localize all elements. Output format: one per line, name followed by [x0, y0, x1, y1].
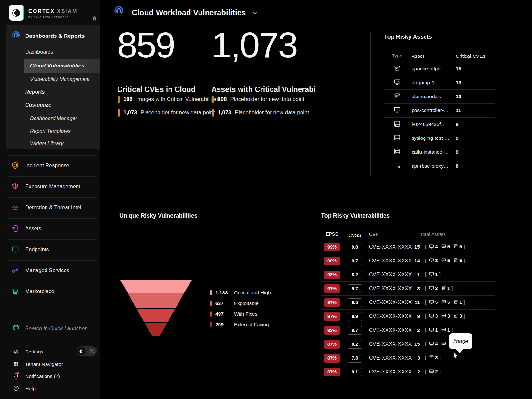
help-label: Help [25, 386, 36, 392]
host-icon [429, 369, 434, 374]
sidebar-item-label: Cloud Vulnerabilities [30, 59, 85, 73]
endpoint-icon [429, 341, 434, 346]
dark-mode-knob [77, 347, 86, 355]
brand-tagline: BY PALO ALTO NETWORKS [28, 16, 69, 19]
sidebar-item-managed-services[interactable]: Managed Services [0, 260, 100, 281]
notification-badge-dot [17, 372, 19, 374]
cart-icon [11, 287, 19, 296]
table-row[interactable]: i-024669436f… 9 [384, 118, 495, 131]
cvss-score: 9.7 [348, 257, 362, 265]
sidebar-item-customize[interactable]: Customize [25, 99, 51, 110]
lock-icon [92, 15, 97, 22]
sidebar-item-vulnerability-management[interactable]: Vulnerability Management [30, 74, 90, 85]
column-cvss: CVSS [348, 231, 362, 240]
legend-value: 209 [215, 322, 230, 328]
asset-name[interactable]: alpine:nodejs [412, 94, 441, 99]
sidebar-menu: Incident Response Exposure Management De… [0, 155, 100, 302]
table-row[interactable]: afr-jump-1 13 [384, 76, 495, 90]
substat-bar [212, 109, 214, 117]
substat-label: Placeholder for new data point [235, 109, 309, 116]
host-icon [441, 244, 446, 249]
table-row[interactable]: 97% 9.7 CVE-XXXX-XXXX 3 2 1 [321, 282, 495, 296]
cve-id[interactable]: CVE-XXXX-XXXX [369, 272, 412, 278]
epss-badge: 98% [324, 257, 340, 265]
total-assets-count: 3 [410, 286, 420, 292]
asset-breakdown: 2 [425, 369, 441, 374]
asset-name[interactable]: callu-instance-… [412, 149, 449, 155]
asset-name[interactable]: i-024669436f… [412, 121, 446, 127]
menu-label: Managed Services [25, 267, 69, 273]
host-icon [441, 313, 446, 319]
sidebar-item-widget-library[interactable]: Widget Library [30, 138, 63, 149]
asset-name[interactable]: pos-controller-… [412, 107, 449, 113]
asset-name[interactable]: apache:httpd [412, 66, 441, 72]
table-row[interactable]: pos-controller-… 11 [384, 104, 495, 118]
cve-id[interactable]: CVE-XXXX-XXXX [369, 244, 412, 250]
epss-badge: 87% [324, 368, 340, 376]
sidebar-item-dashboards[interactable]: Dashboards [25, 46, 53, 57]
theme-toggle[interactable] [77, 346, 97, 356]
epss-badge: 97% [324, 312, 340, 321]
sidebar-item-endpoints[interactable]: Endpoints [0, 239, 100, 260]
sidebar-item-dashboard-manager[interactable]: Dashboard Manager [30, 113, 77, 124]
table-row[interactable]: 98% 8.2 CVE-XXXX-XXXX 1 1 [321, 268, 495, 282]
cve-id[interactable]: CVE-XXXX-XXXX [369, 369, 412, 375]
legend-separator [230, 301, 230, 306]
menu-label: Endpoints [25, 246, 49, 252]
quick-launcher-search[interactable]: Search in Quick Launcher [25, 325, 87, 332]
cve-id[interactable]: CVE-XXXX-XXXX [369, 286, 412, 292]
cvss-score: 9.8 [348, 243, 362, 251]
table-row[interactable]: api-rbac-proxy… 8 [384, 159, 495, 173]
table-row[interactable]: alpine:nodejs 13 [384, 90, 495, 104]
container-icon [453, 244, 458, 249]
legend-value: 637 [215, 301, 230, 306]
asset-name[interactable]: api-rbac-proxy… [412, 163, 449, 169]
chevron-down-icon[interactable] [252, 12, 257, 15]
sidebar-item-marketplace[interactable]: Marketplace [0, 281, 100, 302]
endpoint-icon [394, 106, 401, 114]
asset-breakdown: 1 1 [425, 327, 453, 332]
cve-count: 11 [456, 107, 461, 113]
sidebar-item-reports[interactable]: Reports [25, 87, 45, 97]
sidebar-item-detection-threat-intel[interactable]: Detection & Threat Intel [0, 197, 100, 218]
endpoint-icon [429, 244, 434, 249]
table-row[interactable]: apache:httpd 15 [384, 62, 495, 76]
sidebar-item-exposure-management[interactable]: Exposure Management [0, 176, 100, 197]
cve-id[interactable]: CVE-XXXX-XXXX [369, 355, 412, 361]
cve-id[interactable]: CVE-XXXX-XXXX [369, 341, 412, 347]
host-icon [441, 341, 446, 346]
table-row[interactable]: 87% 9.1 CVE-XXXX-XXXX 2 2 [321, 365, 495, 379]
gauge-icon [11, 30, 20, 39]
cve-id[interactable]: CVE-XXXX-XXXX [369, 327, 412, 333]
asset-name[interactable]: afr-jump-1 [412, 80, 435, 86]
asset-name[interactable]: syslog-ng-test-… [412, 135, 449, 141]
table-row[interactable]: syslog-ng-test-… 9 [384, 131, 495, 145]
legend-label: With Fixes [234, 311, 257, 317]
legend-value: 497 [215, 311, 230, 317]
legend-item: 497 With Fixes [210, 309, 271, 319]
table-row[interactable]: callu-instance-… 9 [384, 145, 495, 159]
cve-id[interactable]: CVE-XXXX-XXXX [369, 300, 412, 305]
cve-id[interactable]: CVE-XXXX-XXXX [369, 313, 412, 319]
container-icon [441, 285, 446, 291]
sidebar-item-incident-response[interactable]: Incident Response [0, 155, 100, 176]
sidebar-item-assets[interactable]: Assets [0, 218, 100, 239]
host-icon [441, 299, 446, 305]
table-row[interactable]: 97% 9.5 CVE-XXXX-XXXX 11 5 5 1 [321, 296, 495, 310]
asset-breakdown: 3 3 3 [425, 313, 465, 319]
table-row[interactable]: 99% 9.8 CVE-XXXX-XXXX 15 4 5 5 [321, 240, 495, 254]
cve-id[interactable]: CVE-XXXX-XXXX [369, 258, 412, 264]
menu-label: Incident Response [25, 162, 69, 169]
column-cve: CVE [369, 231, 379, 237]
logo-accent-bar [23, 5, 24, 21]
table-row[interactable]: 97% 8.9 CVE-XXXX-XXXX 9 3 3 3 [321, 310, 495, 323]
page-title[interactable]: Cloud Workload Vulnerabilities [132, 8, 246, 17]
legend-label: Critical and High [234, 290, 271, 296]
brand-xsiam: XSIAM [57, 8, 77, 14]
table-row[interactable]: 98% 9.7 CVE-XXXX-XXXX 14 3 5 5 [321, 254, 495, 268]
sidebar-item-report-templates[interactable]: Report Templates [30, 126, 71, 137]
table-row[interactable]: 87% 7.8 CVE-XXXX-XXXX 3 3 [321, 351, 495, 365]
sidebar-item-cloud-vulnerabilities[interactable]: Cloud Vulnerabilities [24, 59, 100, 73]
total-assets-count: 9 [410, 313, 420, 319]
cvss-score: 9.5 [348, 298, 362, 307]
